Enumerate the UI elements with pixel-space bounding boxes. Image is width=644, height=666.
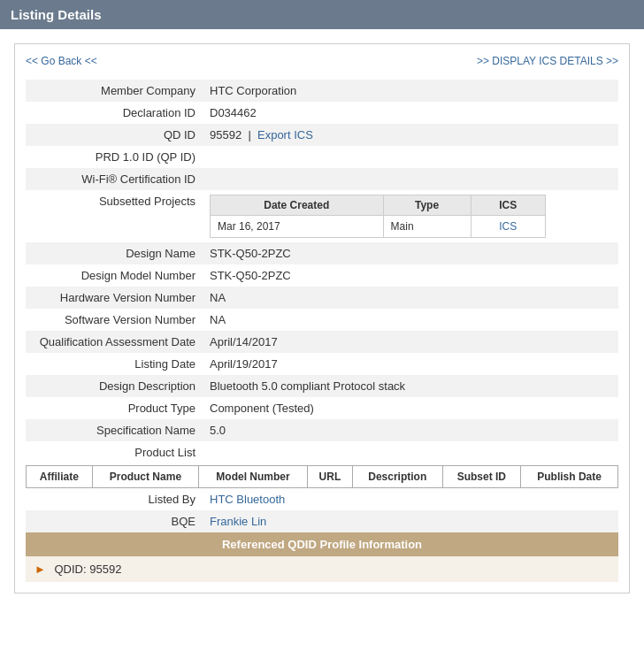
row-listing-date: Listing Date April/19/2017 [26,353,618,375]
label-member-company: Member Company [26,80,203,102]
row-declaration-id: Declaration ID D034462 [26,102,618,124]
value-subsetted-projects: Date Created Type ICS Mar 16, 2017 Main [203,190,618,242]
label-listing-date: Listing Date [26,353,203,375]
label-declaration-id: Declaration ID [26,102,203,124]
row-product-type: Product Type Component (Tested) [26,397,618,419]
ref-qdid-header: Referenced QDID Profile Information [26,532,618,556]
detail-table: Member Company HTC Corporation Declarati… [26,80,618,582]
label-subsetted-projects: Subsetted Projects [26,190,203,242]
label-product-list: Product List [26,441,203,463]
col-url: URL [307,466,352,488]
main-box: << Go Back << >> DISPLAY ICS DETAILS >> … [14,43,630,593]
value-wifi-cert [203,168,618,190]
col-product-name: Product Name [92,466,198,488]
label-design-model: Design Model Number [26,264,203,287]
label-bqe: BQE [26,510,203,532]
value-qd-id: 95592 | Export ICS [203,124,618,146]
product-list-header: Affiliate Product Name Model Number URL … [27,466,618,488]
subsetted-header-row: Date Created Type ICS [211,195,546,216]
row-qa-date: Qualification Assessment Date April/14/2… [26,331,618,353]
row-bqe: BQE Frankie Lin [26,510,618,532]
col-description: Description [352,466,442,488]
value-design-desc: Bluetooth 5.0 compliant Protocol stack [203,375,618,397]
nav-links: << Go Back << >> DISPLAY ICS DETAILS >> [26,55,618,67]
ref-qdid-row: ► QDID: 95592 [26,556,618,582]
col-model-number: Model Number [199,466,308,488]
label-listed-by: Listed By [26,488,203,510]
subsetted-date: Mar 16, 2017 [211,216,384,238]
export-ics-link[interactable]: Export ICS [257,128,313,142]
subsetted-type: Main [383,216,471,238]
value-hardware-version: NA [203,287,618,309]
row-design-model: Design Model Number STK-Q50-2PZC [26,264,618,287]
subsetted-table: Date Created Type ICS Mar 16, 2017 Main [210,195,546,238]
go-back-link[interactable]: << Go Back << [26,55,97,67]
label-qd-id: QD ID [26,124,203,146]
value-qa-date: April/14/2017 [203,331,618,353]
product-list-table: Affiliate Product Name Model Number URL … [26,465,618,488]
value-prd-id [203,146,618,168]
row-ref-qdid-header: Referenced QDID Profile Information [26,532,618,556]
qdid-value: QDID: 95592 [55,563,122,576]
value-listing-date: April/19/2017 [203,353,618,375]
row-software-version: Software Version Number NA [26,309,618,331]
row-hardware-version: Hardware Version Number NA [26,287,618,309]
page-header: Listing Details [0,0,644,29]
label-design-desc: Design Description [26,375,203,397]
col-publish-date: Publish Date [521,466,618,488]
row-design-name: Design Name STK-Q50-2PZC [26,242,618,264]
row-listed-by: Listed By HTC Bluetooth [26,488,618,510]
value-spec-name: 5.0 [203,419,618,441]
row-prd-id: PRD 1.0 ID (QP ID) [26,146,618,168]
qdid-arrow-icon: ► [34,563,46,576]
content-wrapper: << Go Back << >> DISPLAY ICS DETAILS >> … [0,29,644,608]
label-product-type: Product Type [26,397,203,419]
label-software-version: Software Version Number [26,309,203,331]
value-declaration-id: D034462 [203,102,618,124]
value-member-company: HTC Corporation [203,80,618,102]
subsetted-data-row: Mar 16, 2017 Main ICS [211,216,546,238]
label-hardware-version: Hardware Version Number [26,287,203,309]
value-product-type: Component (Tested) [203,397,618,419]
bqe-link[interactable]: Frankie Lin [210,515,266,528]
row-member-company: Member Company HTC Corporation [26,80,618,102]
value-design-model: STK-Q50-2PZC [203,264,618,287]
display-ics-link[interactable]: >> DISPLAY ICS DETAILS >> [477,55,618,67]
row-product-list-label: Product List [26,441,618,463]
subsetted-ics: ICS [471,216,545,238]
value-product-list-empty [203,441,618,463]
label-wifi-cert: Wi-Fi® Certification ID [26,168,203,190]
row-product-list-table: Affiliate Product Name Model Number URL … [26,463,618,488]
col-subset-id: Subset ID [442,466,521,488]
label-spec-name: Specification Name [26,419,203,441]
ics-link[interactable]: ICS [499,220,517,233]
row-subsetted-projects: Subsetted Projects Date Created Type ICS [26,190,618,242]
row-spec-name: Specification Name 5.0 [26,419,618,441]
value-design-name: STK-Q50-2PZC [203,242,618,264]
label-prd-id: PRD 1.0 ID (QP ID) [26,146,203,168]
row-qd-id: QD ID 95592 | Export ICS [26,124,618,146]
listed-by-link[interactable]: HTC Bluetooth [210,493,285,506]
row-ref-qdid-value: ► QDID: 95592 [26,556,618,582]
subsetted-col-ics: ICS [471,195,545,216]
qd-id-value: 95592 [210,128,242,142]
col-affiliate: Affiliate [27,466,93,488]
value-listed-by: HTC Bluetooth [203,488,618,510]
value-bqe: Frankie Lin [203,510,618,532]
row-wifi-cert: Wi-Fi® Certification ID [26,168,618,190]
label-qa-date: Qualification Assessment Date [26,331,203,353]
ref-qdid-title: Referenced QDID Profile Information [222,538,422,551]
ref-qdid-header-cell: Referenced QDID Profile Information [26,532,618,556]
value-software-version: NA [203,309,618,331]
subsetted-col-date: Date Created [211,195,384,216]
product-list-cell: Affiliate Product Name Model Number URL … [26,463,618,488]
page-title: Listing Details [11,7,102,22]
ref-qdid-value-cell: ► QDID: 95592 [26,556,618,582]
label-design-name: Design Name [26,242,203,264]
row-design-desc: Design Description Bluetooth 5.0 complia… [26,375,618,397]
subsetted-col-type: Type [383,195,471,216]
